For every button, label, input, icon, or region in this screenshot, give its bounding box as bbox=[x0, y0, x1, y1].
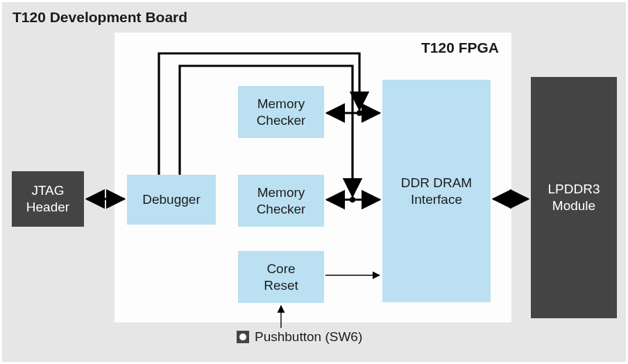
jtag-header-block: JTAGHeader bbox=[12, 171, 84, 227]
core-reset-label: CoreReset bbox=[264, 261, 298, 294]
lpddr3-module-block: LPDDR3Module bbox=[531, 77, 617, 318]
memory-checker-1-label: MemoryChecker bbox=[257, 96, 306, 129]
fpga-title: T120 FPGA bbox=[421, 40, 499, 56]
jtag-header-label: JTAGHeader bbox=[26, 182, 69, 216]
fpga-container: T120 FPGA Debugger MemoryChecker MemoryC… bbox=[114, 33, 511, 322]
pushbutton-icon bbox=[237, 331, 249, 343]
pushbutton-label: Pushbutton (SW6) bbox=[255, 329, 362, 345]
ddr-interface-label: DDR DRAMInterface bbox=[401, 175, 472, 208]
lpddr3-module-label: LPDDR3Module bbox=[548, 181, 600, 214]
memory-checker-2-label: MemoryChecker bbox=[257, 184, 306, 218]
debugger-label: Debugger bbox=[142, 191, 200, 208]
ddr-interface-block: DDR DRAMInterface bbox=[382, 80, 491, 302]
memory-checker-1-block: MemoryChecker bbox=[238, 86, 324, 138]
debugger-block: Debugger bbox=[127, 175, 216, 225]
memory-checker-2-block: MemoryChecker bbox=[238, 175, 324, 227]
development-board: T120 Development Board T120 FPGA Debugge… bbox=[2, 2, 626, 362]
pushbutton: Pushbutton (SW6) bbox=[237, 329, 362, 345]
board-title: T120 Development Board bbox=[12, 9, 187, 26]
core-reset-block: CoreReset bbox=[238, 251, 324, 303]
